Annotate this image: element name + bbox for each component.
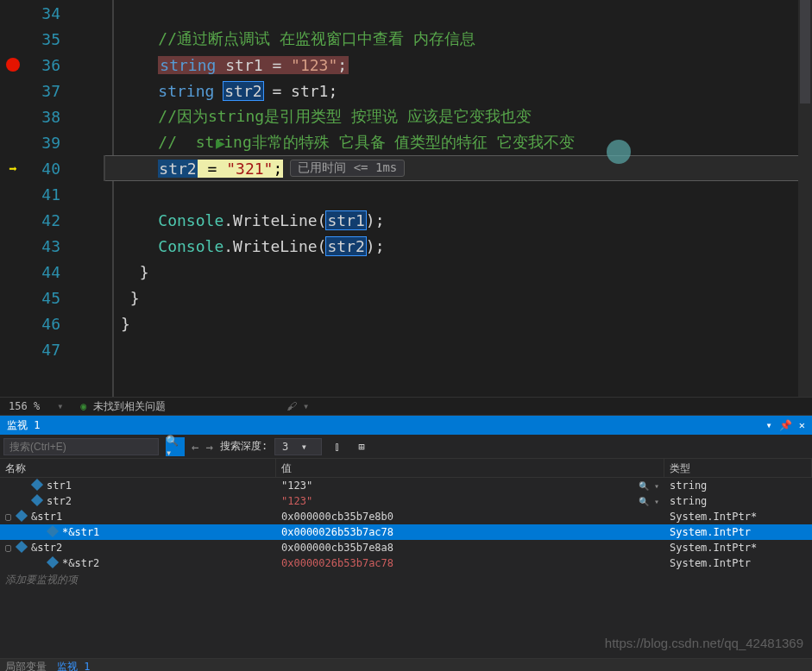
watch-row[interactable]: *&str10x0000026b53b7ac78System.IntPtr (0, 524, 812, 540)
depth-select[interactable]: 3 ▾ (274, 438, 322, 455)
magnify-icon[interactable]: 🔍 ▾ (639, 481, 659, 491)
depth-label: 搜索深度: (220, 439, 268, 454)
add-watch-item[interactable]: 添加要监视的项 (0, 571, 812, 589)
expander-icon[interactable]: ▢ (5, 511, 14, 523)
line-number: 35 (26, 30, 69, 48)
code-line[interactable]: string str1 = "123"; (112, 52, 812, 78)
var-type: string (664, 494, 812, 508)
var-value: 0x0000026b53b7ac78 (281, 526, 393, 538)
line-number: 36 (26, 56, 69, 74)
bottom-tabs[interactable]: 局部变量 监视 1 (0, 658, 812, 671)
var-value: 0x0000026b53b7ac78 (281, 557, 393, 569)
tab-locals[interactable]: 局部变量 (5, 660, 47, 671)
close-icon[interactable]: ✕ (799, 419, 805, 431)
code-line[interactable]: Console.WriteLine(str1); (112, 207, 812, 233)
line-number: 47 (26, 341, 69, 359)
var-name: str2 (47, 495, 72, 507)
watch-table[interactable]: 名称 值 类型 str1"123"🔍 ▾stringstr2"123"🔍 ▾st… (0, 459, 812, 658)
code-line[interactable]: //因为string是引用类型 按理说 应该是它变我也变 (112, 103, 812, 129)
var-name: *&str2 (62, 557, 99, 569)
nav-back-icon[interactable]: ← (192, 440, 198, 454)
pin-icon[interactable]: 📌 (779, 419, 792, 431)
var-type: System.IntPtr* (664, 541, 812, 555)
line-number: 41 (26, 185, 69, 204)
var-value: 0x000000cb35b7e8b0 (281, 511, 393, 523)
code-area[interactable]: //通过断点调试 在监视窗口中查看 内存信息 string str1 = "12… (112, 0, 812, 397)
line-number: 38 (26, 108, 69, 126)
code-line[interactable]: } (112, 310, 812, 336)
line-number: 40 (26, 160, 69, 178)
header-name[interactable]: 名称 (0, 459, 276, 477)
watermark-text: https://blog.csdn.net/qq_42481369 (605, 636, 803, 650)
watch-toolbar: 🔍▾ ← → 搜索深度: 3 ▾ ⫿ ⊞ (0, 435, 812, 459)
vertical-scrollbar[interactable] (798, 0, 812, 397)
line-number: 45 (26, 289, 69, 307)
code-line[interactable] (112, 336, 812, 362)
editor-status-bar: 156 % ▾ ◉ 未找到相关问题 🖌 ▾ (0, 397, 812, 416)
code-line[interactable]: str2 = "321";已用时间 <= 1ms (104, 155, 812, 181)
cursor-indicator (607, 140, 631, 164)
variable-icon (17, 511, 28, 522)
filter-icon[interactable]: ⫿ (329, 438, 346, 455)
tab-watch1[interactable]: 监视 1 (57, 660, 90, 671)
zoom-level[interactable]: 156 % (9, 400, 40, 412)
dropdown-icon[interactable]: ▾ (766, 419, 772, 431)
var-name: &str2 (31, 542, 62, 554)
variable-icon (33, 480, 43, 491)
var-type: System.IntPtr (664, 556, 812, 570)
var-type: System.IntPtr (664, 525, 812, 539)
nav-forward-icon[interactable]: → (205, 440, 212, 454)
var-value: "123" (281, 495, 312, 507)
code-line[interactable]: Console.WriteLine(str2); (112, 233, 812, 259)
code-line[interactable]: string str2 = str1; (112, 78, 812, 103)
watch-row[interactable]: ▢&str10x000000cb35b7e8b0System.IntPtr* (0, 509, 812, 524)
watch-row[interactable]: str1"123"🔍 ▾string (0, 478, 812, 493)
variable-icon (17, 542, 28, 553)
variable-icon (48, 558, 59, 568)
issues-text: 未找到相关问题 (93, 400, 166, 412)
code-line[interactable]: } (112, 285, 812, 310)
watch-row[interactable]: ▢&str20x000000cb35b7e8a8System.IntPtr* (0, 540, 812, 555)
var-type: System.IntPtr* (664, 510, 812, 524)
current-line-arrow-icon: ➡ (9, 160, 17, 177)
line-number: 44 (26, 263, 69, 281)
var-value: 0x000000cb35b7e8a8 (281, 542, 393, 554)
line-number: 42 (26, 211, 69, 229)
brush-icon[interactable]: 🖌 ▾ (286, 400, 309, 412)
var-name: str1 (47, 480, 72, 492)
watch-panel-titlebar[interactable]: 监视 1 ▾ 📌 ✕ (0, 416, 812, 435)
play-icon[interactable]: ▶ (216, 134, 225, 152)
line-number: 34 (26, 4, 69, 22)
expander-icon[interactable]: ▢ (5, 542, 14, 554)
search-icon[interactable]: 🔍▾ (166, 437, 185, 456)
watch-row[interactable]: *&str20x0000026b53b7ac78System.IntPtr (0, 555, 812, 571)
perf-tip[interactable]: 已用时间 <= 1ms (290, 160, 405, 177)
code-editor[interactable]: 343536373839➡4041424344454647 //通过断点调试 在… (0, 0, 812, 397)
breakpoint-icon[interactable] (6, 58, 20, 72)
code-line[interactable]: } (112, 259, 812, 285)
search-input[interactable] (3, 438, 159, 455)
var-name: &str1 (31, 511, 62, 523)
line-number: 46 (26, 315, 69, 333)
code-line[interactable] (112, 0, 812, 26)
variable-icon (48, 527, 59, 537)
grid-icon[interactable]: ⊞ (353, 438, 370, 455)
header-value[interactable]: 值 (276, 459, 664, 477)
var-name: *&str1 (62, 526, 99, 538)
watch-header-row: 名称 值 类型 (0, 459, 812, 478)
variable-icon (33, 496, 43, 506)
code-line[interactable] (112, 181, 812, 207)
code-line[interactable]: ▶ // string非常的特殊 它具备 值类型的特征 它变我不变 (112, 129, 812, 155)
watch-row[interactable]: str2"123"🔍 ▾string (0, 493, 812, 509)
panel-title-text: 监视 1 (7, 418, 40, 433)
line-number: 43 (26, 237, 69, 255)
editor-gutter: 343536373839➡4041424344454647 (0, 0, 112, 397)
magnify-icon[interactable]: 🔍 ▾ (639, 497, 659, 506)
var-type: string (664, 479, 812, 492)
code-line[interactable]: //通过断点调试 在监视窗口中查看 内存信息 (112, 26, 812, 52)
line-number: 39 (26, 134, 69, 152)
var-value: "123" (281, 480, 312, 492)
check-icon: ◉ (80, 400, 86, 412)
line-number: 37 (26, 82, 69, 100)
header-type[interactable]: 类型 (664, 459, 812, 477)
